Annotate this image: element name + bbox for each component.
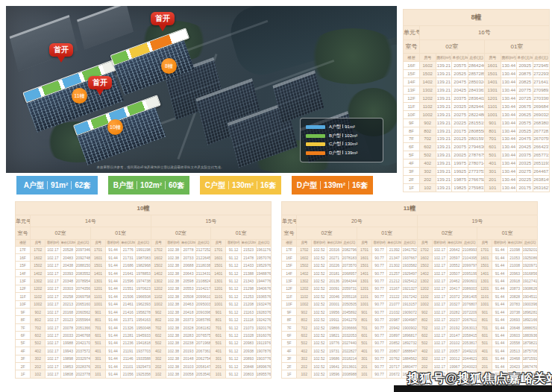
value-cell: 91.44 bbox=[106, 269, 121, 276]
value-cell: 20643 bbox=[181, 269, 195, 276]
value-cell: 2651193 bbox=[533, 159, 550, 168]
value-cell: 102 bbox=[419, 184, 436, 192]
value-cell: 91.44 bbox=[106, 285, 121, 292]
value-cell: 20525 bbox=[452, 70, 468, 78]
value-cell: 19975 bbox=[452, 159, 468, 168]
value-cell: 602 bbox=[297, 332, 312, 339]
value-cell: 901 bbox=[357, 308, 371, 315]
floor-cell: 16F bbox=[404, 62, 420, 70]
value-cell: 130.44 bbox=[501, 184, 517, 192]
value-cell: 20553 bbox=[181, 285, 195, 292]
value-cell: 2078954 bbox=[75, 277, 90, 285]
value-cell: 21073 bbox=[241, 323, 256, 331]
value-cell: 2055964 bbox=[75, 316, 90, 323]
value-cell: 20058 bbox=[181, 370, 195, 379]
table-row: 5F502139.21200252787675501130.4420375265… bbox=[404, 151, 550, 159]
value-cell: 1936576 bbox=[256, 293, 271, 300]
value-cell: 20717 bbox=[387, 362, 402, 370]
table-row: 12F1202102.52200912059731120190.77211671… bbox=[282, 285, 538, 292]
value-cell: 1920971 bbox=[522, 262, 537, 269]
value-cell: 201 bbox=[357, 362, 371, 370]
bar-type: C户型 bbox=[202, 180, 228, 191]
value-cell: 1201 bbox=[477, 285, 492, 292]
value-cell: 2090601 bbox=[462, 277, 477, 285]
col-header: 总价(元) bbox=[468, 54, 485, 62]
col-header: 单价(元/m²) bbox=[327, 239, 342, 246]
table-row: 15F1502102.17204382088150150191.44216861… bbox=[16, 262, 272, 269]
legend-item: A户型91m² bbox=[306, 124, 377, 130]
value-cell: 502 bbox=[151, 339, 166, 347]
legend-area: 130m² bbox=[345, 142, 357, 146]
floor-cell: 10F bbox=[404, 110, 420, 118]
value-cell: 2095199 bbox=[462, 269, 477, 276]
col-header: 楼层 bbox=[282, 239, 297, 246]
value-cell: 1502 bbox=[297, 262, 312, 269]
value-cell: 2122645 bbox=[196, 254, 211, 262]
value-cell: 20136 bbox=[327, 277, 342, 285]
value-cell: 21416 bbox=[121, 308, 136, 315]
col-header: 房号 bbox=[419, 54, 436, 62]
legend-area: 91m² bbox=[345, 124, 355, 129]
value-cell: 1201 bbox=[211, 285, 226, 292]
value-cell: 91.44 bbox=[106, 362, 121, 370]
value-cell: 1601 bbox=[90, 254, 105, 262]
value-cell: 902 bbox=[31, 308, 46, 315]
value-cell: 1908626 bbox=[522, 285, 537, 292]
col-header: 面积(m²) bbox=[372, 239, 387, 246]
value-cell: 2097346 bbox=[75, 246, 90, 253]
value-cell: 1701 bbox=[357, 246, 371, 253]
value-cell: 2069758 bbox=[75, 293, 90, 300]
value-cell: 1904511 bbox=[522, 293, 537, 300]
value-cell: 102.17 bbox=[432, 355, 447, 362]
type-color-chip-d bbox=[306, 151, 325, 155]
value-cell: 130.44 bbox=[501, 62, 517, 70]
value-cell: 21167 bbox=[387, 285, 402, 292]
value-cell: 1201 bbox=[484, 94, 501, 102]
value-cell: 21146 bbox=[121, 355, 136, 362]
value-cell: 302 bbox=[297, 355, 312, 362]
table-row: 1F102102.1719808202377810191.44210561925… bbox=[16, 370, 272, 379]
value-cell: 1101 bbox=[477, 293, 492, 300]
value-cell: 1871591 bbox=[522, 355, 537, 362]
value-cell: 1102 bbox=[417, 293, 432, 300]
col-header: 面积(m²) bbox=[166, 239, 181, 246]
value-cell: 702 bbox=[31, 323, 46, 331]
value-cell: 20825 bbox=[517, 78, 533, 86]
value-cell: 139.21 bbox=[436, 102, 452, 110]
value-cell: 2843363 bbox=[468, 86, 485, 94]
value-cell: 902 bbox=[419, 118, 436, 127]
value-cell: 20438 bbox=[60, 262, 75, 269]
value-cell: 301 bbox=[477, 355, 492, 362]
value-cell: 1912741 bbox=[522, 277, 537, 285]
value-cell: 130.44 bbox=[501, 70, 517, 78]
value-cell: 20828 bbox=[507, 293, 522, 300]
value-cell: 1001 bbox=[484, 110, 501, 118]
value-cell: 1925412 bbox=[402, 277, 417, 285]
legend-area: 102m² bbox=[345, 133, 357, 138]
value-cell: 2104217 bbox=[196, 285, 211, 292]
value-cell: 2072209 bbox=[462, 308, 477, 315]
type-bar-b: B户型102m²60套 bbox=[108, 176, 189, 195]
value-cell: 2053540 bbox=[196, 370, 211, 379]
value-cell: 102.52 bbox=[312, 316, 327, 323]
floor-cell: 9F bbox=[282, 308, 297, 315]
value-cell: 139.21 bbox=[436, 62, 452, 70]
value-cell: 102.52 bbox=[312, 370, 327, 379]
room-name: 01室 bbox=[477, 227, 538, 239]
value-cell: 90.77 bbox=[372, 300, 387, 308]
value-cell: 2065160 bbox=[75, 300, 90, 308]
value-cell: 21077 bbox=[387, 300, 402, 308]
value-cell: 2045892 bbox=[342, 308, 357, 315]
value-cell: 20075 bbox=[452, 143, 468, 151]
value-cell: 402 bbox=[31, 347, 46, 355]
floor-cell: 3F bbox=[16, 355, 31, 362]
value-cell: 102.38 bbox=[166, 362, 181, 370]
value-cell: 130.44 bbox=[501, 176, 517, 184]
value-cell: 20897 bbox=[387, 332, 402, 339]
value-cell: 1900902 bbox=[402, 323, 417, 331]
value-cell: 20175 bbox=[452, 127, 468, 135]
col-header: 房号 bbox=[417, 239, 432, 246]
value-cell: 2716413 bbox=[533, 78, 550, 86]
value-cell: 91.12 bbox=[226, 339, 241, 347]
table-row: 2F202102.5219641201360120190.77207171880… bbox=[282, 362, 538, 370]
